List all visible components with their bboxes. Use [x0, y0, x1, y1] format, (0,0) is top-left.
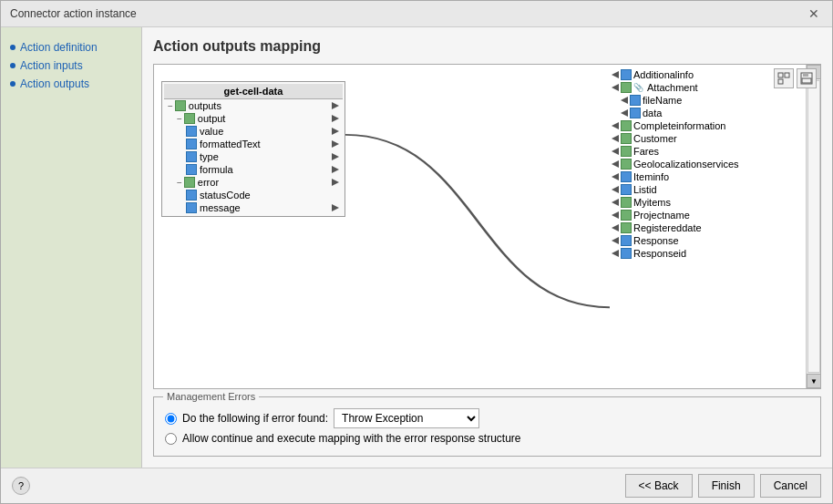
tree-item: formula [182, 163, 343, 176]
item-label: data [643, 108, 804, 118]
left-connector [612, 160, 619, 168]
panel-title: Action outputs mapping [153, 38, 821, 55]
right-item: Myitems [610, 196, 806, 209]
right-arrow [332, 140, 339, 148]
right-arrow [332, 128, 339, 135]
item-label: Geolocalizationservices [633, 159, 804, 170]
svg-rect-0 [778, 73, 783, 77]
tree-label: type [200, 151, 219, 162]
left-connector [612, 71, 619, 78]
radio-allow-continue[interactable] [165, 433, 177, 445]
item-label: Iteminfo [633, 171, 804, 182]
tree-label: error [198, 177, 219, 188]
left-connector [612, 186, 619, 193]
tree-item: message [182, 201, 343, 214]
group-icon [621, 146, 632, 157]
field-icon [630, 108, 641, 118]
item-label: Listid [633, 184, 804, 195]
field-icon [621, 235, 632, 246]
group-icon [621, 120, 632, 131]
left-connector [612, 250, 619, 257]
sidebar-item-label: Action definition [20, 41, 98, 54]
right-arrow [332, 115, 339, 122]
expand-icon[interactable]: − [177, 178, 182, 188]
left-connector [621, 109, 628, 117]
sidebar-item-action-inputs[interactable]: Action inputs [10, 57, 132, 75]
window-title: Connector action instance [10, 7, 137, 20]
scroll-track[interactable] [807, 80, 820, 373]
expand-icon[interactable]: − [168, 101, 173, 111]
tree-item: value [182, 125, 343, 138]
radio-row-2: Allow continue and execute mapping with … [165, 432, 809, 445]
group-icon [621, 133, 632, 144]
left-connector [612, 173, 619, 180]
group-icon [175, 100, 186, 111]
expand-icon[interactable]: − [177, 114, 182, 124]
field-icon [621, 248, 632, 259]
left-connector [612, 122, 619, 129]
radio-continue-label: Allow continue and execute mapping with … [182, 432, 521, 445]
field-icon [186, 164, 197, 175]
node-title: get-cell-data [164, 84, 343, 99]
back-button[interactable]: << Back [625, 474, 693, 498]
right-item: Responseid [610, 247, 806, 260]
sidebar-item-action-definition[interactable]: Action definition [10, 38, 132, 57]
sidebar: Action definition Action inputs Action o… [1, 27, 142, 468]
right-item: Registereddate [610, 221, 806, 234]
footer-buttons: << Back Finish Cancel [625, 474, 821, 498]
right-item: Completeinformation [610, 119, 806, 132]
expand-toolbar-button[interactable] [774, 68, 794, 88]
group-icon [621, 210, 632, 221]
help-button[interactable]: ? [12, 477, 30, 495]
cancel-button[interactable]: Cancel [760, 474, 821, 498]
group-icon [621, 159, 632, 170]
close-button[interactable]: ✕ [805, 6, 823, 21]
tree-item: formattedText [182, 138, 343, 150]
vertical-scrollbar[interactable]: ▲ ▼ [806, 65, 820, 388]
left-connector [612, 224, 619, 231]
group-icon [184, 177, 195, 188]
radio-throw-exception[interactable] [165, 413, 177, 425]
title-bar: Connector action instance ✕ [1, 1, 832, 27]
content-area: Action definition Action inputs Action o… [1, 27, 832, 468]
right-item: Response [610, 234, 806, 247]
sidebar-item-label: Action outputs [20, 77, 89, 90]
scroll-down-button[interactable]: ▼ [807, 374, 821, 388]
svg-rect-1 [785, 73, 789, 77]
right-arrow [332, 166, 339, 173]
svg-rect-4 [803, 73, 808, 77]
svg-rect-5 [802, 78, 811, 83]
tree-label: statusCode [200, 190, 251, 201]
tree-item: − output [173, 112, 343, 125]
group-icon [621, 197, 632, 208]
item-label: Registereddate [633, 222, 804, 233]
right-arrow [332, 179, 339, 186]
save-toolbar-button[interactable] [797, 68, 817, 88]
right-item: Listid [610, 183, 806, 196]
left-connector [612, 148, 619, 155]
tree-label: output [198, 113, 226, 124]
right-item: Geolocalizationservices [610, 158, 806, 170]
connector-area [345, 65, 610, 388]
tree-item: − outputs [164, 99, 343, 112]
finish-button[interactable]: Finish [698, 474, 755, 498]
field-icon [621, 184, 632, 195]
sidebar-item-label: Action inputs [20, 59, 83, 72]
field-icon [630, 95, 641, 106]
group-icon [184, 113, 195, 124]
right-item: data [619, 107, 806, 119]
throw-exception-dropdown[interactable]: Throw Exception Ignore Log [334, 408, 479, 428]
field-icon [186, 202, 197, 213]
management-errors-section: Management Errors Do the following if er… [153, 396, 821, 457]
tree-item: type [182, 150, 343, 163]
group-icon [621, 82, 632, 93]
right-item: Fares [610, 145, 806, 158]
bullet-icon [10, 81, 15, 87]
left-connector [621, 97, 628, 104]
sidebar-item-action-outputs[interactable]: Action outputs [10, 75, 132, 93]
item-label: Completeinformation [633, 120, 804, 131]
footer: ? << Back Finish Cancel [1, 468, 832, 503]
right-arrow [332, 204, 339, 211]
left-tree-col: get-cell-data − outputs − [154, 65, 345, 388]
field-icon [621, 171, 632, 182]
